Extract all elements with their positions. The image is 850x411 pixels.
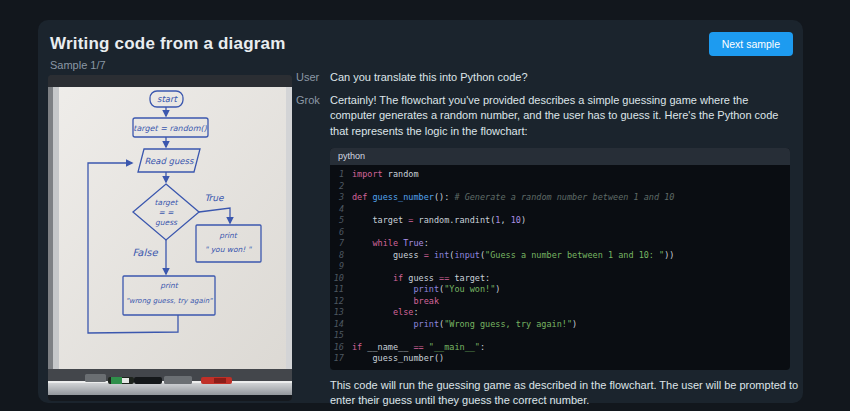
card-header: Writing code from a diagram Sample 1/7 N… [38,20,803,71]
grok-message-row: Grok Certainly! The flowchart you've pro… [296,93,832,409]
svg-text:print: print [160,281,179,290]
code-line: 4 [330,204,790,216]
code-line: 11 print("You won!") [330,284,790,296]
svg-text:Read guess: Read guess [145,156,195,166]
code-line: 9 [330,261,790,273]
code-line: 12 break [330,296,790,308]
code-line: 5 target = random.randint(1, 10) [330,215,790,227]
code-line: 17 guess_number() [330,353,790,365]
code-block: python 1import random23def guess_number(… [330,148,790,370]
code-line: 7 while True: [330,238,790,250]
code-line: 2 [330,181,790,193]
svg-text:"wrong guess, try again": "wrong guess, try again" [126,297,213,305]
user-label: User [296,70,330,86]
code-line: 13 else: [330,307,790,319]
svg-text:target: target [155,198,179,207]
code-line: 14 print("Wrong guess, try again!") [330,319,790,331]
closing-text: This code will run the guessing game as … [330,378,800,409]
code-line: 16if __name__ == "__main__": [330,342,790,354]
marker-tray [48,369,292,401]
svg-text:guess: guess [155,218,178,227]
black-marker [134,377,162,384]
next-sample-button[interactable]: Next sample [709,32,793,56]
code-line: 8 guess = int(input("Guess a number betw… [330,250,790,262]
flowchart-drawing: start target = random() Read guess targe… [48,75,292,401]
grok-message: Certainly! The flowchart you've provided… [330,93,790,140]
svg-text:" you won! ": " you won! " [205,245,253,254]
page-title: Writing code from a diagram [50,34,791,54]
code-line: 15 [330,330,790,342]
grok-label: Grok [296,93,330,409]
gray-marker [164,376,192,384]
svg-text:True: True [204,193,225,203]
code-line: 1import random [330,169,790,181]
whiteboard-flowchart-photo: start target = random() Read guess targe… [48,75,292,401]
svg-text:start: start [157,94,178,104]
eraser [85,374,106,382]
sample-card: Writing code from a diagram Sample 1/7 N… [38,20,803,403]
code-line: 10 if guess == target: [330,273,790,285]
code-line: 6 [330,227,790,239]
svg-text:print: print [219,231,238,240]
conversation: User Can you translate this into Python … [296,70,832,411]
svg-text:= =: = = [159,208,175,217]
svg-text:target = random(): target = random() [133,124,207,133]
code-language-label: python [330,148,790,165]
user-message-row: User Can you translate this into Python … [296,70,832,86]
code-lines: 1import random23def guess_number(): # Ge… [330,165,790,370]
svg-text:False: False [132,247,158,258]
user-message: Can you translate this into Python code? [330,70,790,86]
code-line: 3def guess_number(): # Generate a random… [330,192,790,204]
